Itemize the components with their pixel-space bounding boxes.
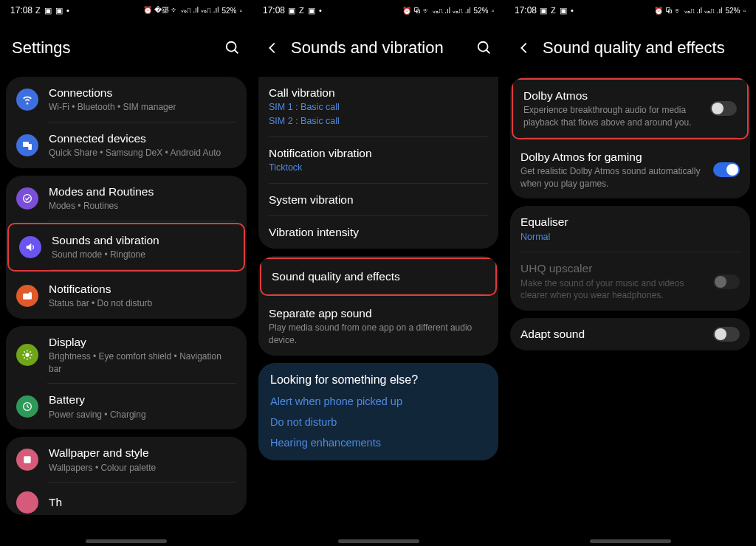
setting-equaliser[interactable]: Equaliser Normal bbox=[510, 206, 750, 252]
wallpaper-icon bbox=[16, 449, 38, 471]
sidebar-item-battery[interactable]: Battery Power saving • Charging bbox=[6, 384, 247, 429]
sidebar-item-wallpaper[interactable]: Wallpaper and style Wallpapers • Colour … bbox=[6, 437, 247, 483]
vibration-group: Call vibration SIM 1 : Basic call SIM 2 … bbox=[258, 77, 498, 249]
row-title: Adapt sound bbox=[520, 327, 703, 342]
screen-sounds-vibration: 17:08 ▣ Z ▣ • ⏰ ⧉ ᯤ ᵥₒ⎍ .ıl ᵥₒ⎍ .ıl 52% … bbox=[252, 0, 504, 546]
svg-point-6 bbox=[29, 291, 32, 294]
sidebar-item-modes[interactable]: Modes and Routines Modes • Routines bbox=[6, 176, 247, 221]
svg-line-19 bbox=[487, 50, 490, 54]
row-title: Wallpaper and style bbox=[49, 446, 236, 460]
sound-icon bbox=[19, 236, 41, 258]
row-link: Ticktock bbox=[269, 161, 488, 175]
sidebar-item-display[interactable]: Display Brightness • Eye comfort shield … bbox=[6, 326, 247, 384]
toggle-dolby-gaming[interactable] bbox=[713, 162, 740, 177]
search-icon[interactable] bbox=[476, 40, 492, 56]
setting-system-vibration[interactable]: System vibration bbox=[258, 184, 498, 216]
svg-rect-2 bbox=[23, 142, 29, 147]
page-title: Sounds and vibration bbox=[291, 38, 476, 58]
search-icon[interactable] bbox=[224, 40, 241, 56]
row-title: Display bbox=[49, 335, 236, 350]
status-time: 17:08 bbox=[515, 5, 537, 15]
row-title: Call vibration bbox=[269, 86, 488, 100]
battery-icon: ▫ bbox=[491, 7, 494, 15]
nav-bar-handle[interactable] bbox=[338, 539, 419, 543]
setting-notification-vibration[interactable]: Notification vibration Ticktock bbox=[258, 137, 498, 184]
adapt-group: Adapt sound bbox=[510, 318, 750, 350]
setting-adapt-sound[interactable]: Adapt sound bbox=[510, 318, 750, 350]
row-title: Equaliser bbox=[520, 215, 740, 229]
setting-dolby-gaming[interactable]: Dolby Atmos for gaming Get realistic Dol… bbox=[510, 141, 750, 199]
row-sub: Make the sound of your music and videos … bbox=[520, 277, 703, 303]
suggestion-link[interactable]: Hearing enhancements bbox=[258, 432, 498, 460]
brightness-icon bbox=[16, 344, 38, 366]
suggestion-link[interactable]: Alert when phone picked up bbox=[258, 391, 498, 412]
status-icons: Z ▣ ▣ • bbox=[35, 6, 70, 15]
status-indicators: ⏰ ⧉ ᯤ ᵥₒ⎍ .ıl ᵥₒ⎍ .ıl bbox=[402, 7, 470, 15]
setting-sound-quality-effects[interactable]: Sound quality and effects bbox=[260, 258, 497, 296]
status-battery: 52% bbox=[473, 7, 488, 15]
suggestions-title: Looking for something else? bbox=[258, 363, 498, 391]
toggle-uhq bbox=[713, 274, 740, 289]
row-link: SIM 1 : Basic call bbox=[269, 100, 488, 114]
row-title: Dolby Atmos for gaming bbox=[520, 150, 703, 165]
setting-call-vibration[interactable]: Call vibration SIM 1 : Basic call SIM 2 … bbox=[258, 77, 498, 137]
svg-line-12 bbox=[24, 351, 24, 352]
sidebar-item-connected-devices[interactable]: Connected devices Quick Share • Samsung … bbox=[6, 122, 247, 168]
row-sub: Get realistic Dolby Atmos sound automati… bbox=[520, 165, 703, 190]
setting-dolby-atmos[interactable]: Dolby Atmos Experience breakthrough audi… bbox=[512, 78, 749, 139]
back-button[interactable] bbox=[516, 40, 532, 56]
settings-group-1: Connections Wi-Fi • Bluetooth • SIM mana… bbox=[6, 77, 247, 168]
status-battery: 52% bbox=[725, 7, 740, 15]
modes-icon bbox=[16, 187, 38, 210]
row-link: Normal bbox=[520, 230, 740, 244]
status-bar: 17:08 Z ▣ ▣ • ⏰ �築 ᯤ ᵥₒ⎍ .ıl ᵥₒ⎍ .ıl 52%… bbox=[4, 0, 248, 21]
svg-point-18 bbox=[478, 42, 488, 52]
sound-effects-group: Sound quality and effects Separate app s… bbox=[258, 256, 498, 356]
toggle-adapt-sound[interactable] bbox=[713, 327, 740, 342]
row-sub: Quick Share • Samsung DeX • Android Auto bbox=[49, 147, 236, 159]
nav-bar-handle[interactable] bbox=[86, 539, 167, 543]
row-title: Dolby Atmos bbox=[523, 89, 700, 103]
row-title: Th bbox=[49, 495, 236, 510]
row-sub: Modes • Routines bbox=[49, 200, 236, 212]
row-sub: Status bar • Do not disturb bbox=[49, 297, 236, 310]
back-button[interactable] bbox=[264, 40, 281, 56]
row-title: Connected devices bbox=[49, 131, 236, 146]
wifi-icon bbox=[16, 89, 38, 111]
svg-rect-17 bbox=[24, 457, 30, 463]
page-title: Sound quality and effects bbox=[543, 38, 744, 58]
row-sub: Sound mode • Ringtone bbox=[52, 249, 233, 261]
sidebar-item-themes[interactable]: Th bbox=[6, 483, 247, 515]
toggle-dolby-atmos[interactable] bbox=[710, 101, 737, 116]
dolby-group: Dolby Atmos Experience breakthrough audi… bbox=[510, 77, 750, 198]
row-sub: Brightness • Eye comfort shield • Naviga… bbox=[49, 350, 236, 376]
svg-point-7 bbox=[25, 353, 29, 356]
settings-group-2: Modes and Routines Modes • Routines Soun… bbox=[6, 176, 247, 319]
equaliser-group: Equaliser Normal UHQ upscaler Make the s… bbox=[510, 206, 750, 311]
suggestion-link[interactable]: Do not disturb bbox=[258, 412, 498, 432]
status-indicators: ⏰ ⧉ ᯤ ᵥₒ⎍ .ıl ᵥₒ⎍ .ıl bbox=[654, 7, 722, 15]
row-sub: Wallpapers • Colour palette bbox=[49, 462, 236, 474]
svg-line-1 bbox=[235, 50, 238, 54]
sidebar-item-notifications[interactable]: Notifications Status bar • Do not distur… bbox=[6, 273, 247, 319]
row-sub: Power saving • Charging bbox=[49, 409, 236, 421]
setting-uhq-upscaler: UHQ upscaler Make the sound of your musi… bbox=[510, 252, 750, 311]
row-title: Sound quality and effects bbox=[272, 269, 485, 284]
battery-icon: ▫ bbox=[743, 7, 746, 15]
row-title: UHQ upscaler bbox=[520, 261, 703, 276]
svg-line-14 bbox=[24, 357, 24, 358]
row-title: Vibration intensity bbox=[269, 225, 488, 240]
sidebar-item-connections[interactable]: Connections Wi-Fi • Bluetooth • SIM mana… bbox=[6, 77, 247, 122]
settings-group-4: Wallpaper and style Wallpapers • Colour … bbox=[6, 437, 247, 515]
row-title: Connections bbox=[49, 86, 236, 100]
nav-bar-handle[interactable] bbox=[590, 539, 671, 543]
sidebar-item-sounds[interactable]: Sounds and vibration Sound mode • Ringto… bbox=[7, 223, 245, 272]
setting-separate-app-sound[interactable]: Separate app sound Play media sound from… bbox=[258, 297, 498, 356]
setting-vibration-intensity[interactable]: Vibration intensity bbox=[258, 216, 498, 249]
status-time: 17:08 bbox=[263, 5, 285, 15]
theme-icon bbox=[16, 491, 38, 514]
status-time: 17:08 bbox=[10, 5, 32, 15]
battery-icon: ▫ bbox=[239, 7, 242, 15]
devices-icon bbox=[16, 134, 38, 156]
battery-icon bbox=[16, 395, 38, 418]
